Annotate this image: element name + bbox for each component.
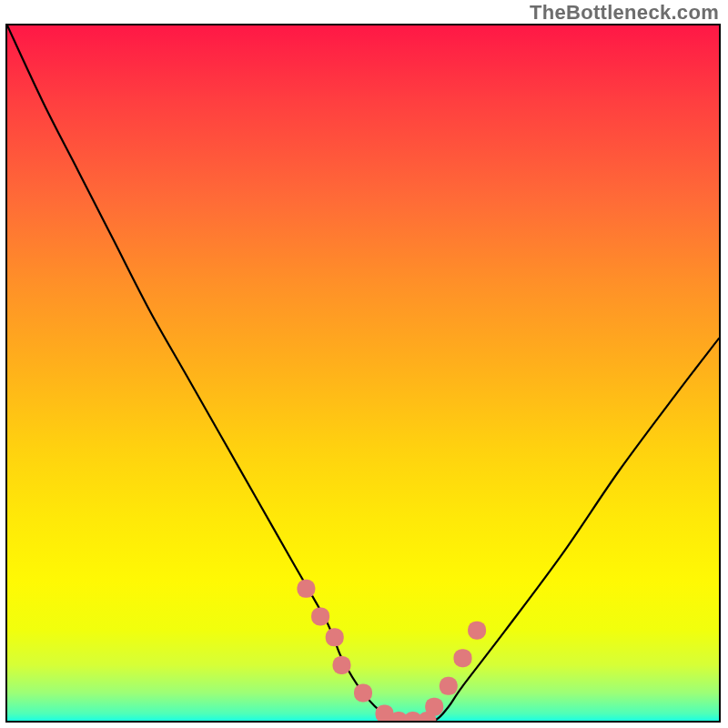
curve-node — [440, 677, 458, 695]
watermark-text: TheBottleneck.com — [530, 1, 719, 25]
curve-line — [7, 25, 719, 721]
curve-nodes — [297, 580, 486, 721]
curve-node — [454, 649, 472, 667]
curve-node — [468, 622, 486, 640]
curve-node — [333, 656, 351, 674]
curve-node — [326, 628, 344, 646]
curve-node — [425, 698, 443, 716]
chart-frame — [5, 24, 721, 723]
curve-node — [297, 580, 315, 598]
chart-curve-layer — [7, 25, 719, 721]
curve-node — [311, 607, 329, 625]
curve-node — [354, 683, 372, 702]
